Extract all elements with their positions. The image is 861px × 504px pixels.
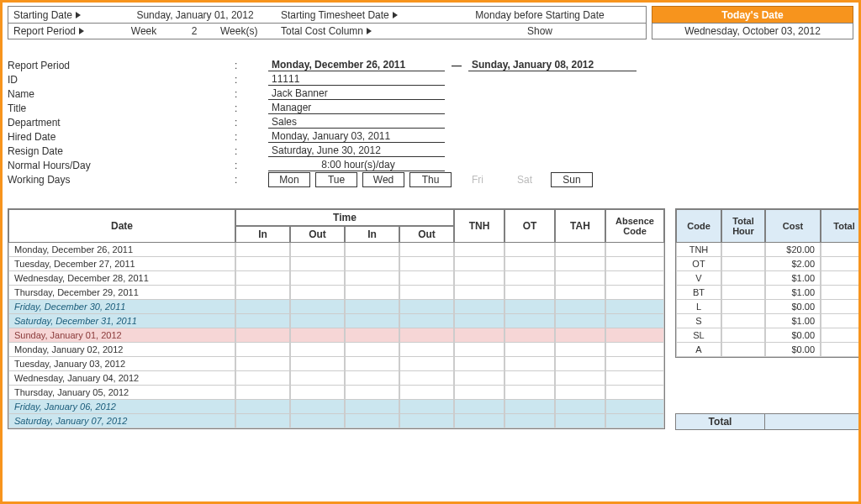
- td-in2[interactable]: [345, 286, 399, 300]
- td-absence[interactable]: [605, 328, 664, 343]
- td-date: Tuesday, December 27, 2011: [8, 257, 235, 271]
- table-row[interactable]: Friday, December 30, 2011: [8, 300, 664, 314]
- td-in[interactable]: [235, 400, 290, 414]
- td-out2[interactable]: [399, 300, 454, 314]
- td-absence[interactable]: [605, 386, 664, 400]
- table-row[interactable]: Monday, December 26, 2011: [8, 243, 664, 257]
- td-in[interactable]: [235, 328, 290, 343]
- day-tue[interactable]: Tue: [315, 172, 357, 187]
- td-out[interactable]: [290, 343, 345, 357]
- td-out2[interactable]: [399, 328, 454, 343]
- td-absence[interactable]: [605, 371, 664, 386]
- td-in[interactable]: [235, 371, 290, 386]
- td-out[interactable]: [290, 286, 345, 300]
- table-row[interactable]: Thursday, January 05, 2012: [8, 386, 664, 400]
- td-out2[interactable]: [399, 314, 454, 328]
- table-row[interactable]: Friday, January 06, 2012: [8, 400, 664, 414]
- td-in2[interactable]: [345, 257, 399, 271]
- td-out2[interactable]: [399, 357, 454, 371]
- td-out[interactable]: [290, 414, 345, 428]
- td-out[interactable]: [290, 357, 345, 371]
- td-out[interactable]: [290, 243, 345, 257]
- td-in[interactable]: [235, 386, 290, 400]
- td-out2[interactable]: [399, 271, 454, 286]
- info-name-value[interactable]: Jack Banner: [268, 87, 445, 100]
- td-absence[interactable]: [605, 314, 664, 328]
- day-wed[interactable]: Wed: [362, 172, 404, 187]
- td-absence[interactable]: [605, 343, 664, 357]
- td-in2[interactable]: [345, 243, 399, 257]
- td-absence[interactable]: [605, 414, 664, 428]
- td-in[interactable]: [235, 314, 290, 328]
- td-out[interactable]: [290, 271, 345, 286]
- td-in2[interactable]: [345, 300, 399, 314]
- td-out2[interactable]: [399, 343, 454, 357]
- td-out[interactable]: [290, 386, 345, 400]
- td-out2[interactable]: [399, 400, 454, 414]
- ts-date-value[interactable]: Monday before Starting Date: [434, 7, 646, 23]
- td-in2[interactable]: [345, 314, 399, 328]
- td-out2[interactable]: [399, 243, 454, 257]
- td-out2[interactable]: [399, 414, 454, 428]
- td-in2[interactable]: [345, 414, 399, 428]
- table-row[interactable]: Wednesday, December 28, 2011: [8, 271, 664, 286]
- td-in[interactable]: [235, 343, 290, 357]
- info-dept-value[interactable]: Sales: [268, 116, 445, 129]
- td-absence[interactable]: [605, 286, 664, 300]
- info-hired-value[interactable]: Monday, January 03, 2011: [268, 130, 445, 143]
- td-out[interactable]: [290, 400, 345, 414]
- info-hours-value[interactable]: 8:00 hour(s)/day: [268, 159, 445, 171]
- td-out[interactable]: [290, 328, 345, 343]
- td-in[interactable]: [235, 414, 290, 428]
- day-sun[interactable]: Sun: [551, 172, 593, 187]
- td-in[interactable]: [235, 257, 290, 271]
- table-row[interactable]: Saturday, January 07, 2012: [8, 414, 664, 428]
- td-in[interactable]: [235, 243, 290, 257]
- td-in2[interactable]: [345, 357, 399, 371]
- td-out2[interactable]: [399, 371, 454, 386]
- td-tnh: [454, 328, 504, 343]
- table-row[interactable]: Monday, January 02, 2012: [8, 343, 664, 357]
- td-absence[interactable]: [605, 243, 664, 257]
- table-row[interactable]: Tuesday, December 27, 2011: [8, 257, 664, 271]
- td-out[interactable]: [290, 314, 345, 328]
- td-in[interactable]: [235, 357, 290, 371]
- table-row[interactable]: Sunday, January 01, 2012: [8, 328, 664, 343]
- td-in[interactable]: [235, 300, 290, 314]
- td-in2[interactable]: [345, 271, 399, 286]
- table-row[interactable]: Tuesday, January 03, 2012: [8, 357, 664, 371]
- info-title-value[interactable]: Manager: [268, 102, 445, 114]
- td-absence[interactable]: [605, 257, 664, 271]
- info-resign-value[interactable]: Saturday, June 30, 2012: [268, 144, 445, 157]
- td-in2[interactable]: [345, 371, 399, 386]
- td-absence[interactable]: [605, 400, 664, 414]
- day-mon[interactable]: Mon: [268, 172, 310, 187]
- week-num[interactable]: 2: [173, 24, 215, 39]
- td-absence[interactable]: [605, 300, 664, 314]
- ctd-code: V: [676, 271, 721, 286]
- td-in[interactable]: [235, 271, 290, 286]
- td-out2[interactable]: [399, 386, 454, 400]
- table-row[interactable]: Saturday, December 31, 2011: [8, 314, 664, 328]
- td-in2[interactable]: [345, 386, 399, 400]
- day-sat[interactable]: Sat: [504, 172, 546, 187]
- td-out[interactable]: [290, 371, 345, 386]
- table-row[interactable]: Wednesday, January 04, 2012: [8, 371, 664, 386]
- td-out2[interactable]: [399, 257, 454, 271]
- starting-date-value[interactable]: Sunday, January 01, 2012: [114, 7, 276, 23]
- td-in[interactable]: [235, 286, 290, 300]
- td-out[interactable]: [290, 300, 345, 314]
- info-id-value[interactable]: 11111: [268, 73, 445, 86]
- td-in2[interactable]: [345, 400, 399, 414]
- show-value[interactable]: Show: [434, 24, 646, 39]
- day-thu[interactable]: Thu: [409, 172, 452, 187]
- table-row[interactable]: Thursday, December 29, 2011: [8, 286, 664, 300]
- day-fri[interactable]: Fri: [457, 172, 499, 187]
- td-absence[interactable]: [605, 357, 664, 371]
- td-out[interactable]: [290, 257, 345, 271]
- td-tnh: [454, 286, 504, 300]
- td-out2[interactable]: [399, 286, 454, 300]
- td-in2[interactable]: [345, 328, 399, 343]
- td-in2[interactable]: [345, 343, 399, 357]
- td-absence[interactable]: [605, 271, 664, 286]
